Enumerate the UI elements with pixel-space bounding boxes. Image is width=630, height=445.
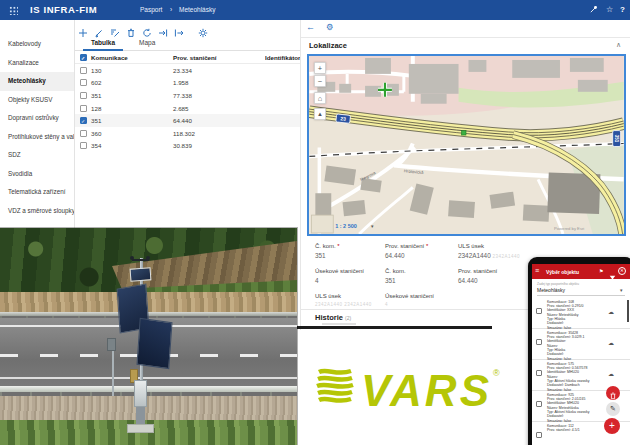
object-type-select[interactable]: Meteohlásky [537,287,565,293]
field-prov-staniceni-2: Prov. staničení 64.440 [458,268,533,284]
item-checkbox[interactable] [536,339,542,345]
history-section-title[interactable]: Historie (2) [315,313,351,322]
registered-trademark: ® [493,368,500,378]
field-value-faint: 4 [385,302,460,307]
sidebar-item[interactable]: Svodidla [0,165,74,184]
zoom-in-button[interactable]: + [314,62,326,74]
field-value[interactable]: 351 [315,252,390,259]
sync-cloud-icon[interactable]: ☁ [608,308,614,315]
help-icon[interactable]: ? [620,5,625,15]
delete-fab-button[interactable] [606,386,620,400]
home-extent-button[interactable]: ⌂ [314,92,326,104]
row-checkbox[interactable] [80,92,87,99]
item-checkbox[interactable] [536,370,542,376]
sync-cloud-icon[interactable]: ☁ [608,370,614,377]
field-value[interactable]: 4 [315,277,390,284]
svg-text:351: 351 [614,135,619,143]
dropdown-caret-icon[interactable]: ▾ [620,287,623,293]
sync-cloud-icon[interactable]: ☁ [608,339,614,346]
sidebar-item[interactable]: Kabelovody [0,35,74,54]
bulk-edit-icon[interactable] [110,24,120,34]
add-icon[interactable] [78,24,88,34]
item-checkbox[interactable] [536,308,542,314]
scrollbar[interactable] [627,300,629,322]
column-komunikace[interactable]: Komunikace [91,54,173,61]
table-row[interactable]: 13023.334 [75,64,300,77]
row-checkbox-checked[interactable]: ✓ [80,117,87,124]
collapse-chevron-icon[interactable]: ∧ [616,41,621,49]
field-value[interactable]: 64.440 [458,277,533,284]
breadcrumb-separator-icon: › [170,6,172,13]
extend-arrow-icon[interactable] [174,24,184,34]
close-icon[interactable]: ✕ [618,267,626,275]
sidebar-item[interactable]: Dopravní ostrůvky [0,109,74,128]
vars-logo: VARS ® [315,358,520,424]
station-marker[interactable] [462,131,466,135]
cell-staniceni: 23.334 [173,67,265,74]
sidebar-item[interactable]: Protihlukové stěny a valy [0,128,74,147]
table-row[interactable]: 35177.338 [75,89,300,102]
export-arrow-icon[interactable] [158,24,168,34]
panel-settings-gear-icon[interactable]: ⚙ [326,22,334,32]
breadcrumb-pasport[interactable]: Pasport [140,6,162,13]
history-label: Historie [315,313,343,322]
edit-icon[interactable] [94,24,104,34]
column-prov-staniceni[interactable]: Prov. staničení [173,54,265,61]
row-checkbox[interactable] [80,105,87,112]
sidebar-item-selected[interactable]: Meteohlásky [0,72,74,91]
app-launcher-waffle-icon[interactable] [9,6,18,15]
field-value[interactable]: 351 [385,277,460,284]
item-checkbox[interactable] [536,401,542,407]
row-checkbox[interactable] [80,142,87,149]
row-checkbox[interactable] [80,67,87,74]
table-row-selected[interactable]: ✓35164.440 [75,114,300,127]
zoom-out-button[interactable]: − [314,75,326,87]
hamburger-menu-icon[interactable]: ≡ [535,267,539,274]
small-sign [107,338,116,351]
phone-title: Výběr objektu [546,269,579,275]
sidebar-item[interactable]: Objekty KSUSV [0,91,74,110]
row-checkbox[interactable] [80,79,87,86]
phone-list-item[interactable]: Komunikace: 108Prov. staničení: 0.291/0I… [532,298,630,329]
equipment-cabinet [134,380,147,407]
item-checkbox[interactable] [536,432,542,438]
pin-icon[interactable] [589,5,598,17]
field-c-kom-1: Č. kom. * 351 [315,243,390,259]
refresh-icon[interactable] [142,24,152,34]
column-identifikator[interactable]: Identifikátor [265,54,300,61]
row-checkbox[interactable] [80,130,87,137]
field-value[interactable]: 2342A1440 [458,252,491,259]
filter-icon[interactable] [609,268,616,286]
favorite-star-icon[interactable]: ☆ [606,5,613,15]
table-row[interactable]: 6021.958 [75,77,300,90]
tab-tabulka[interactable]: Tabulka [83,36,123,51]
phone-list-item[interactable]: Komunikace: 35428Prov. staničení: 3.02/9… [532,329,630,360]
field-usekove-staniceni-2: Úsekové staničení 4 [385,293,460,307]
select-all-checkbox[interactable]: ✓ [80,54,87,61]
delete-icon[interactable] [126,24,136,34]
field-usekove-staniceni-1: Úsekové staničení 4 [315,268,390,284]
table-row[interactable]: 35430.839 [75,140,300,153]
field-value-faint: 2342A1440 [492,254,520,259]
map-widget[interactable]: 23 351 Riegrova Hrotovická 1 : 2 500 ▾ P… [307,54,626,236]
sidebar-item[interactable]: VDZ a směrové sloupky [0,202,74,221]
compass-button[interactable]: ▲ [314,108,326,120]
map-canvas[interactable]: 23 351 Riegrova Hrotovická 1 : 2 500 ▾ P… [309,56,624,234]
back-icon[interactable]: ← [306,22,315,32]
table-header: ✓ Komunikace Prov. staničení Identifikát… [75,52,300,64]
edit-fab-button[interactable]: ✎ [606,402,620,416]
tab-mapa[interactable]: Mapa [131,36,163,51]
breadcrumb-meteohlasky[interactable]: Meteohlásky [179,6,216,13]
view-tabs: Tabulka Mapa [75,36,300,51]
required-asterisk: * [337,243,339,249]
sidebar-item[interactable]: Telematická zařízení [0,183,74,202]
sidebar-item[interactable]: Kanalizace [0,54,74,73]
field-value[interactable]: 64.440 [385,252,460,259]
map-scale[interactable]: 1 : 2 500 [335,223,357,229]
sidebar-item[interactable]: SDZ [0,146,74,165]
table-row[interactable]: 1282.685 [75,102,300,115]
table-row[interactable]: 360118.302 [75,127,300,140]
add-fab-button[interactable]: + [604,418,620,434]
settings-gear-icon[interactable] [198,24,208,34]
flag-icon[interactable]: ⚑ [599,268,603,274]
